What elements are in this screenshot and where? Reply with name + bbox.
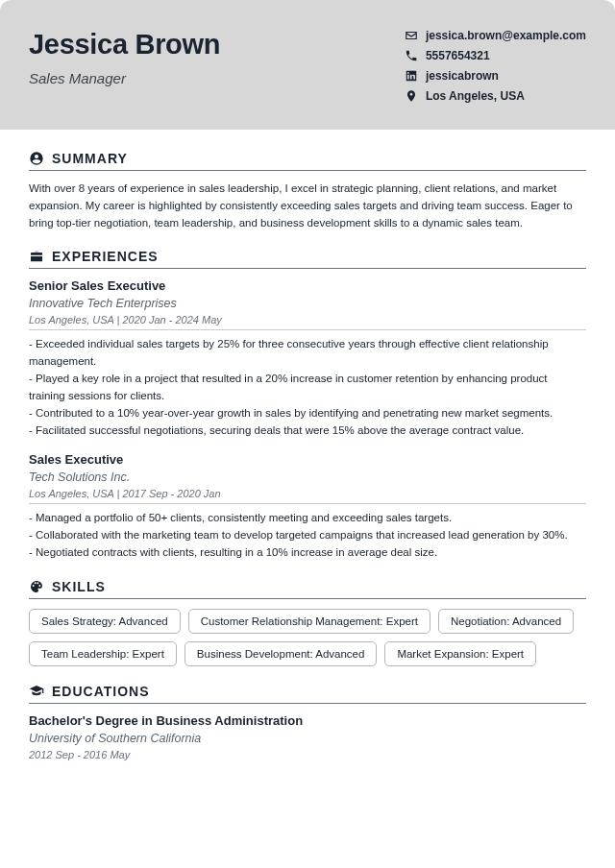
- educations-section: EDUCATIONS Bachelor's Degree in Business…: [29, 684, 586, 760]
- summary-text: With over 8 years of experience in sales…: [29, 181, 586, 231]
- divider: [29, 268, 586, 269]
- experiences-section: EXPERIENCES Senior Sales ExecutiveInnova…: [29, 249, 586, 561]
- bullet-line: - Facilitated successful negotiations, s…: [29, 422, 586, 440]
- experience-item: Sales ExecutiveTech Solutions Inc.Los An…: [29, 452, 586, 561]
- experience-company: Tech Solutions Inc.: [29, 470, 586, 484]
- education-degree: Bachelor's Degree in Business Administra…: [29, 713, 586, 728]
- section-header: EXPERIENCES: [29, 249, 586, 264]
- skill-chip: Team Leadership: Expert: [29, 641, 177, 666]
- location-pin-icon: [405, 89, 418, 103]
- bullet-line: - Negotiated contracts with clients, res…: [29, 544, 586, 562]
- bullet-line: - Played a key role in a project that re…: [29, 371, 586, 405]
- section-title: SUMMARY: [52, 151, 128, 166]
- email-text: jessica.brown@example.com: [426, 29, 586, 42]
- experience-meta: Los Angeles, USA | 2020 Jan - 2024 May: [29, 314, 586, 326]
- bullet-line: - Exceeded individual sales targets by 2…: [29, 336, 586, 371]
- contacts: jessica.brown@example.com 5557654321 jes…: [405, 29, 586, 103]
- phone-icon: [405, 49, 418, 62]
- education-meta: 2012 Sep - 2016 May: [29, 749, 586, 760]
- linkedin-icon: [405, 69, 418, 83]
- education-list: Bachelor's Degree in Business Administra…: [29, 713, 586, 760]
- bullet-line: - Contributed to a 10% year-over-year gr…: [29, 405, 586, 422]
- summary-section: SUMMARY With over 8 years of experience …: [29, 151, 586, 231]
- skill-chip: Business Development: Advanced: [184, 641, 378, 666]
- contact-linkedin: jessicabrown: [405, 69, 586, 83]
- header: Jessica Brown Sales Manager jessica.brow…: [0, 0, 615, 130]
- contact-phone: 5557654321: [405, 49, 586, 62]
- experience-title: Sales Executive: [29, 452, 586, 467]
- divider: [29, 703, 586, 704]
- experience-bullets: - Exceeded individual sales targets by 2…: [29, 336, 586, 439]
- job-title: Sales Manager: [29, 70, 220, 86]
- graduation-cap-icon: [29, 684, 44, 699]
- education-school: University of Southern California: [29, 732, 586, 745]
- person-icon: [29, 151, 44, 166]
- contact-email: jessica.brown@example.com: [405, 29, 586, 42]
- section-title: SKILLS: [52, 579, 106, 594]
- location-text: Los Angeles, USA: [426, 89, 525, 103]
- contact-location: Los Angeles, USA: [405, 89, 586, 103]
- person-name: Jessica Brown: [29, 29, 220, 60]
- section-title: EXPERIENCES: [52, 249, 159, 264]
- skill-chip: Negotiation: Advanced: [438, 609, 574, 634]
- section-header: EDUCATIONS: [29, 684, 586, 699]
- envelope-icon: [405, 29, 418, 42]
- palette-icon: [29, 579, 44, 594]
- skill-chip: Sales Strategy: Advanced: [29, 609, 181, 634]
- linkedin-text: jessicabrown: [426, 69, 499, 83]
- phone-text: 5557654321: [426, 49, 490, 62]
- divider: [29, 598, 586, 599]
- divider: [29, 503, 586, 504]
- experience-company: Innovative Tech Enterprises: [29, 297, 586, 310]
- skill-chip: Customer Relationship Management: Expert: [188, 609, 430, 634]
- skill-chip: Market Expansion: Expert: [384, 641, 536, 666]
- divider: [29, 170, 586, 171]
- section-header: SKILLS: [29, 579, 586, 594]
- experience-item: Senior Sales ExecutiveInnovative Tech En…: [29, 278, 586, 439]
- experience-bullets: - Managed a portfolio of 50+ clients, co…: [29, 510, 586, 561]
- section-header: SUMMARY: [29, 151, 586, 166]
- briefcase-icon: [29, 249, 44, 264]
- skills-list: Sales Strategy: AdvancedCustomer Relatio…: [29, 609, 586, 666]
- bullet-line: - Collaborated with the marketing team t…: [29, 527, 586, 544]
- education-item: Bachelor's Degree in Business Administra…: [29, 713, 586, 760]
- bullet-line: - Managed a portfolio of 50+ clients, co…: [29, 510, 586, 527]
- content: SUMMARY With over 8 years of experience …: [0, 130, 615, 760]
- skills-section: SKILLS Sales Strategy: AdvancedCustomer …: [29, 579, 586, 666]
- experience-title: Senior Sales Executive: [29, 278, 586, 293]
- experience-list: Senior Sales ExecutiveInnovative Tech En…: [29, 278, 586, 561]
- experience-meta: Los Angeles, USA | 2017 Sep - 2020 Jan: [29, 488, 586, 499]
- divider: [29, 329, 586, 330]
- section-title: EDUCATIONS: [52, 684, 150, 699]
- header-left: Jessica Brown Sales Manager: [29, 29, 220, 86]
